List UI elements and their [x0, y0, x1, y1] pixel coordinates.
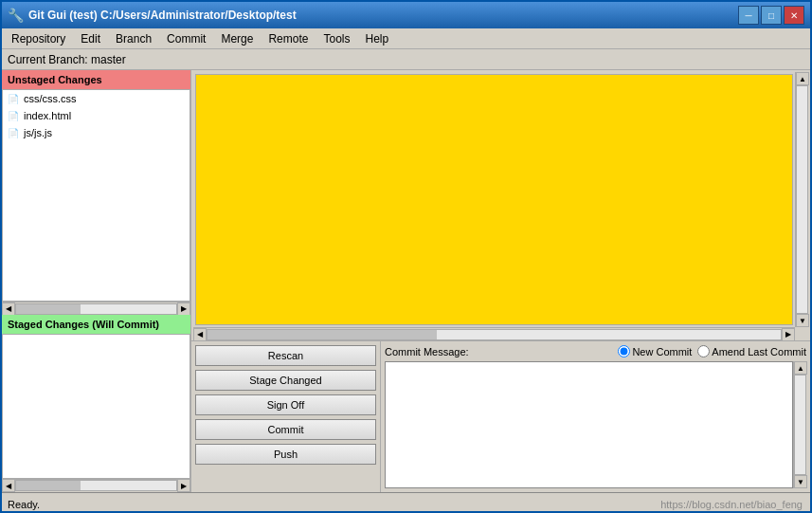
commit-message-label: Commit Message: — [385, 346, 469, 357]
menu-commit[interactable]: Commit — [159, 30, 213, 47]
close-button[interactable]: ✕ — [784, 6, 804, 25]
commit-button[interactable]: Commit — [195, 419, 376, 440]
menu-repository[interactable]: Repository — [4, 30, 73, 47]
diff-hscroll-track — [207, 329, 782, 340]
amend-radio[interactable] — [697, 345, 710, 357]
diff-scroll-down-btn[interactable]: ▼ — [796, 314, 809, 327]
diff-hscroll: ◀ ▶ — [193, 327, 795, 340]
window-title: Git Gui (test) C:/Users/Administrator/De… — [28, 9, 738, 22]
rescan-button[interactable]: Rescan — [195, 345, 376, 366]
new-commit-label: New Commit — [632, 346, 692, 357]
diff-hscroll-left[interactable]: ◀ — [193, 328, 207, 341]
staged-file-list[interactable] — [2, 334, 190, 479]
scroll-right-btn[interactable]: ▶ — [177, 302, 190, 316]
staged-hscroll-track — [15, 480, 177, 491]
watermark: https://blog.csdn.net/biao_feng — [660, 499, 803, 510]
diff-vscroll: ▲ ▼ — [795, 72, 808, 327]
diff-hscroll-right[interactable]: ▶ — [782, 328, 795, 341]
maximize-button[interactable]: □ — [761, 6, 782, 25]
file-item-js[interactable]: 📄 js/js.js — [3, 124, 189, 141]
status-text: Ready. — [8, 499, 40, 510]
diff-hscroll-thumb — [208, 330, 437, 339]
staged-hscroll-thumb — [16, 481, 81, 490]
menu-branch[interactable]: Branch — [108, 30, 159, 47]
diff-scroll-up-btn[interactable]: ▲ — [796, 72, 809, 85]
file-name: css/css.css — [24, 93, 77, 104]
stage-changed-button[interactable]: Stage Changed — [195, 370, 376, 391]
right-panel: ▲ ▼ ◀ ▶ Rescan Stage Changed Sign Off — [191, 70, 810, 492]
file-item-html[interactable]: 📄 index.html — [3, 107, 189, 124]
new-commit-radio-label[interactable]: New Commit — [618, 345, 692, 357]
app-icon: 🔧 — [8, 8, 23, 23]
current-branch-label: Current Branch: master — [8, 53, 126, 66]
staged-hscroll: ◀ ▶ — [2, 479, 190, 492]
diff-vscroll-track — [796, 85, 808, 314]
sign-off-button[interactable]: Sign Off — [195, 394, 376, 415]
commit-scroll-down-btn[interactable]: ▼ — [794, 475, 807, 488]
file-icon: 📄 — [7, 126, 20, 139]
unstaged-file-list[interactable]: 📄 css/css.css 📄 index.html 📄 js/js.js — [2, 89, 190, 302]
unstaged-section: Unstaged Changes 📄 css/css.css 📄 index.h… — [2, 70, 190, 315]
file-icon: 📄 — [7, 92, 20, 105]
diff-area[interactable] — [195, 74, 793, 325]
commit-message-textarea[interactable] — [385, 361, 793, 488]
bottom-area: Rescan Stage Changed Sign Off Commit Pus… — [191, 340, 810, 492]
push-button[interactable]: Push — [195, 444, 376, 465]
window-controls: ─ □ ✕ — [738, 6, 804, 25]
amend-label: Amend Last Commit — [712, 346, 806, 357]
unstaged-header: Unstaged Changes — [2, 70, 190, 89]
hscroll-track — [15, 303, 177, 315]
minimize-button[interactable]: ─ — [738, 6, 759, 25]
title-bar: 🔧 Git Gui (test) C:/Users/Administrator/… — [2, 2, 810, 28]
menu-edit[interactable]: Edit — [73, 30, 108, 47]
new-commit-radio[interactable] — [618, 345, 630, 357]
scroll-left-btn[interactable]: ◀ — [2, 302, 15, 316]
commit-scroll-up-btn[interactable]: ▲ — [794, 361, 807, 375]
staged-scroll-left-btn[interactable]: ◀ — [2, 479, 15, 492]
menu-bar: Repository Edit Branch Commit Merge Remo… — [2, 28, 810, 49]
action-buttons: Rescan Stage Changed Sign Off Commit Pus… — [191, 341, 381, 492]
amend-radio-label[interactable]: Amend Last Commit — [697, 345, 806, 357]
menu-remote[interactable]: Remote — [261, 30, 316, 47]
left-panel: Unstaged Changes 📄 css/css.css 📄 index.h… — [2, 70, 191, 492]
file-name: js/js.js — [24, 127, 52, 138]
file-item-css[interactable]: 📄 css/css.css — [3, 90, 189, 107]
main-content: Unstaged Changes 📄 css/css.css 📄 index.h… — [2, 70, 810, 492]
menu-help[interactable]: Help — [357, 30, 396, 47]
commit-area: Commit Message: New Commit Amend Last Co… — [381, 341, 810, 492]
file-icon: 📄 — [7, 109, 20, 122]
staged-section: Staged Changes (Will Commit) ◀ ▶ — [2, 315, 190, 492]
branch-bar: Current Branch: master — [2, 49, 810, 70]
unstaged-hscroll: ◀ ▶ — [2, 302, 190, 315]
commit-vscroll-track — [794, 375, 806, 475]
menu-tools[interactable]: Tools — [316, 30, 357, 47]
file-name: index.html — [24, 110, 71, 121]
commit-vscroll: ▲ ▼ — [793, 361, 806, 488]
hscroll-thumb — [16, 304, 81, 314]
staged-scroll-right-btn[interactable]: ▶ — [177, 479, 190, 492]
menu-merge[interactable]: Merge — [213, 30, 261, 47]
staged-header: Staged Changes (Will Commit) — [2, 315, 190, 334]
status-bar: Ready. https://blog.csdn.net/biao_feng — [2, 492, 810, 513]
